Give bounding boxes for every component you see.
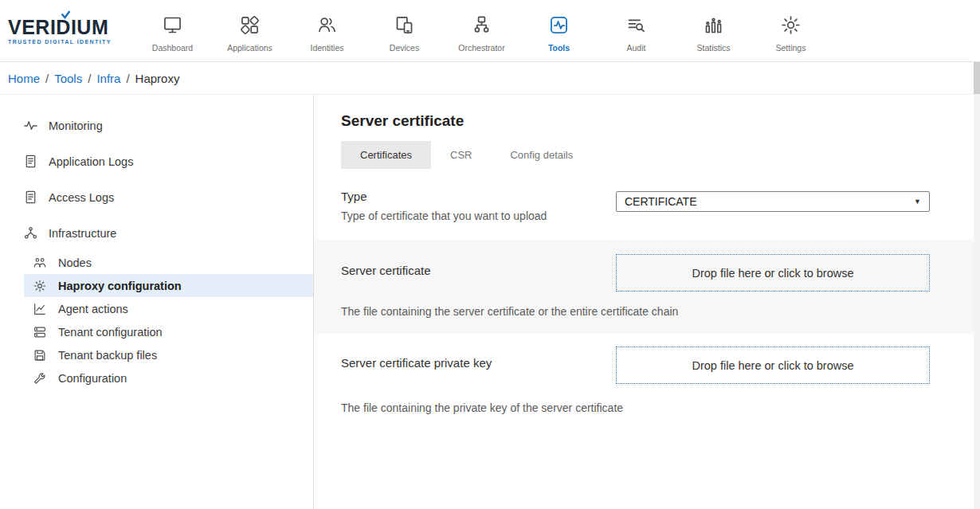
- server-certificate-dropzone[interactable]: Drop file here or click to browse: [616, 254, 930, 292]
- type-label: Type: [341, 190, 616, 203]
- private-key-label: Server certificate private key: [341, 347, 616, 384]
- sidebar-item-label: Tenant backup files: [58, 349, 157, 362]
- nav-label: Tools: [548, 43, 570, 53]
- tab-certificates[interactable]: Certificates: [341, 141, 431, 169]
- application-logs-icon: [22, 154, 38, 170]
- orchestrator-icon: [471, 13, 492, 38]
- sidebar-item-nodes[interactable]: Nodes: [24, 251, 313, 274]
- server-certificate-helper: The file containing the server certifica…: [341, 305, 930, 318]
- haproxy-gear-icon: [32, 278, 48, 294]
- nav-item-identities[interactable]: Identities: [288, 10, 366, 53]
- nav-item-statistics[interactable]: Statistics: [675, 10, 752, 53]
- main-panel: Server certificate Certificates CSR Conf…: [314, 95, 980, 509]
- nav-label: Settings: [776, 43, 806, 53]
- breadcrumb-separator: /: [88, 72, 91, 85]
- main-nav: Dashboard Applications Identities Device…: [134, 10, 829, 53]
- nav-item-audit[interactable]: Audit: [598, 10, 675, 53]
- sidebar-item-tenant-backup-files[interactable]: Tenant backup files: [24, 343, 313, 366]
- identities-icon: [316, 13, 338, 38]
- nav-item-dashboard[interactable]: Dashboard: [134, 10, 211, 53]
- server-certificate-row: Server certificate Drop file here or cli…: [314, 240, 980, 334]
- sidebar-item-label: Application Logs: [49, 155, 133, 168]
- sidebar-item-configuration[interactable]: Configuration: [24, 366, 313, 390]
- infrastructure-icon: [22, 225, 38, 241]
- access-logs-icon: [22, 190, 38, 206]
- brand-tagline: TRUSTED DIGITAL IDENTITY: [8, 39, 127, 45]
- wrench-icon: [32, 370, 48, 386]
- dropzone-text: Drop file here or click to browse: [692, 359, 853, 372]
- vertical-scrollbar[interactable]: [974, 62, 980, 509]
- sidebar-item-label: Tenant configuration: [58, 326, 163, 339]
- sidebar: Monitoring Application Logs Access Logs …: [0, 95, 314, 509]
- breadcrumb-infra[interactable]: Infra: [96, 72, 120, 85]
- sidebar-item-label: Configuration: [58, 372, 127, 385]
- sidebar-item-label: Infrastructure: [49, 227, 116, 240]
- dropzone-text: Drop file here or click to browse: [692, 267, 853, 280]
- backup-save-icon: [32, 347, 48, 363]
- sidebar-item-haproxy-configuration[interactable]: Haproxy configuration: [24, 274, 313, 297]
- brand-name: VERIDIUM: [8, 18, 127, 37]
- nav-label: Audit: [627, 43, 646, 53]
- content-area: Monitoring Application Logs Access Logs …: [0, 94, 980, 509]
- sidebar-item-label: Monitoring: [49, 119, 103, 132]
- nav-label: Dashboard: [152, 43, 193, 53]
- private-key-row: Server certificate private key Drop file…: [314, 334, 980, 430]
- breadcrumb: Home / Tools / Infra / Haproxy: [0, 62, 980, 94]
- nav-label: Devices: [390, 43, 419, 53]
- breadcrumb-tools[interactable]: Tools: [54, 72, 82, 85]
- chevron-down-icon: ▼: [914, 198, 921, 206]
- type-select-value: CERTIFICATE: [625, 195, 697, 208]
- logo-check-icon: [61, 10, 71, 19]
- nav-item-applications[interactable]: Applications: [211, 10, 288, 53]
- nav-label: Orchestrator: [458, 43, 504, 53]
- agent-actions-chart-icon: [32, 301, 48, 317]
- sidebar-item-application-logs[interactable]: Application Logs: [0, 143, 313, 179]
- sidebar-item-tenant-configuration[interactable]: Tenant configuration: [24, 320, 313, 343]
- tab-config-details[interactable]: Config details: [491, 141, 592, 169]
- settings-icon: [780, 13, 802, 38]
- type-row: Type Type of certificate that you want t…: [314, 190, 980, 222]
- tenant-server-icon: [32, 324, 48, 340]
- nav-item-tools[interactable]: Tools: [520, 10, 598, 53]
- type-select[interactable]: CERTIFICATE ▼: [616, 191, 930, 212]
- page-title: Server certificate: [341, 112, 930, 130]
- certificate-form: Type Type of certificate that you want t…: [314, 190, 980, 430]
- scrollbar-thumb[interactable]: [974, 62, 980, 94]
- nav-label: Applications: [227, 43, 272, 53]
- applications-icon: [239, 13, 261, 38]
- nav-label: Statistics: [696, 43, 730, 53]
- breadcrumb-current-haproxy: Haproxy: [135, 72, 180, 85]
- breadcrumb-separator: /: [126, 72, 129, 85]
- top-bar: VERIDIUM TRUSTED DIGITAL IDENTITY Dashbo…: [0, 0, 980, 62]
- dashboard-icon: [162, 13, 183, 38]
- nodes-icon: [32, 255, 48, 271]
- sidebar-item-agent-actions[interactable]: Agent actions: [24, 297, 313, 320]
- monitoring-icon: [22, 118, 38, 134]
- sidebar-item-access-logs[interactable]: Access Logs: [0, 179, 313, 215]
- sidebar-item-monitoring[interactable]: Monitoring: [0, 108, 313, 143]
- breadcrumb-home[interactable]: Home: [8, 72, 40, 85]
- nav-label: Identities: [310, 43, 343, 53]
- breadcrumb-separator: /: [45, 72, 49, 85]
- tab-csr[interactable]: CSR: [431, 141, 491, 169]
- sidebar-item-label: Agent actions: [58, 303, 128, 315]
- server-certificate-label: Server certificate: [341, 254, 616, 292]
- sidebar-item-label: Nodes: [58, 256, 92, 269]
- nav-item-settings[interactable]: Settings: [752, 10, 829, 53]
- private-key-helper: The file containing the private key of t…: [341, 401, 930, 414]
- devices-icon: [394, 13, 415, 38]
- tab-bar: Certificates CSR Config details: [341, 141, 930, 169]
- statistics-icon: [703, 13, 724, 38]
- tools-icon: [548, 13, 570, 38]
- audit-icon: [625, 13, 647, 38]
- sidebar-item-label: Haproxy configuration: [58, 280, 182, 292]
- type-helper: Type of certificate that you want to upl…: [341, 209, 616, 222]
- nav-item-orchestrator[interactable]: Orchestrator: [443, 10, 520, 53]
- nav-item-devices[interactable]: Devices: [366, 10, 443, 53]
- veridium-logo[interactable]: VERIDIUM TRUSTED DIGITAL IDENTITY: [8, 18, 127, 45]
- sidebar-item-label: Access Logs: [49, 191, 114, 204]
- private-key-dropzone[interactable]: Drop file here or click to browse: [616, 347, 930, 384]
- sidebar-item-infrastructure[interactable]: Infrastructure: [0, 215, 313, 251]
